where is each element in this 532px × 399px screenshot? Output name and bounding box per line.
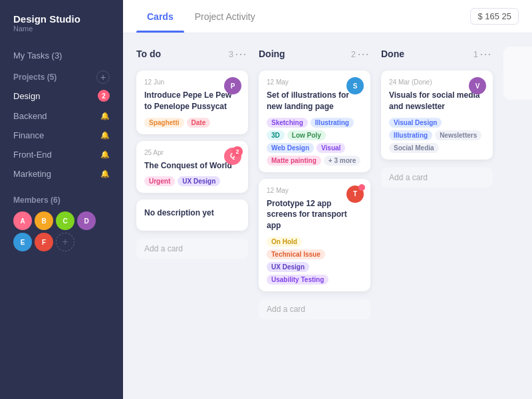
member-avatar[interactable]: B — [35, 211, 53, 230]
chip: Spaghetti — [144, 118, 184, 128]
project-name: Backend — [13, 111, 100, 121]
project-bell-icon: 🔔 — [100, 170, 110, 178]
topbar-tabs: CardsProject Activity — [136, 0, 266, 33]
projects-section-header: Projects (5) + — [0, 65, 123, 85]
member-avatar[interactable]: F — [35, 233, 53, 251]
main-content: CardsProject Activity $ 165 25 To do 3 ⋯… — [123, 0, 532, 399]
project-name: Marketing — [13, 169, 100, 179]
sidebar-item-front-end[interactable]: Front-End🔔 — [0, 145, 123, 164]
project-bell-icon: 🔔 — [100, 150, 110, 159]
column-done: Done 1 ⋯ 24 Mar (Done)Visuals for social… — [381, 47, 493, 188]
project-list: Design2Backend🔔Finance🔔Front-End🔔Marketi… — [0, 85, 123, 184]
card[interactable]: 12 JunIntroduce Pepe Le Pew to Penelope … — [136, 70, 248, 134]
chip: 3D — [267, 130, 285, 140]
chip: Web Design — [267, 143, 314, 153]
column-doing: Doing 2 ⋯ 12 MaySet of illustrations for… — [259, 47, 370, 319]
add-card-button[interactable]: Add a card — [381, 168, 493, 188]
card-title: No description yet — [144, 207, 240, 219]
brand-subtitle: Name — [13, 25, 110, 33]
project-name: Design — [13, 91, 98, 101]
add-column-button[interactable]: + — [503, 47, 532, 100]
column-menu-button[interactable]: ⋯ — [478, 48, 493, 60]
card-avatar: P — [224, 77, 241, 94]
column-title: To do — [136, 49, 225, 59]
project-bell-icon: 🔔 — [100, 131, 110, 140]
member-avatar[interactable]: D — [77, 211, 96, 230]
card-avatar: S — [346, 77, 364, 94]
chip: + 3 more — [324, 156, 360, 166]
card-chips: SpaghettiDate — [144, 118, 240, 128]
card-title: Visuals for social media and newsletter — [389, 90, 485, 112]
column-header: Done 1 ⋯ — [381, 47, 493, 64]
card-chips: On HoldTechnical IssueUX DesignUsability… — [267, 237, 362, 285]
chip: Matte painting — [267, 156, 321, 166]
topbar: CardsProject Activity $ 165 25 — [123, 0, 532, 33]
members-section-header: Members (6) — [0, 190, 123, 206]
chip: Technical Issue — [267, 249, 325, 259]
my-tasks-label: My Tasks (3) — [13, 51, 110, 61]
project-name: Front-End — [13, 150, 100, 160]
column-count: 1 — [473, 49, 478, 59]
sidebar-item-design[interactable]: Design2 — [0, 85, 123, 106]
chip: UX Design — [267, 262, 309, 272]
brand-title: Design Studio — [13, 13, 110, 25]
card-avatar: V — [469, 77, 486, 94]
card[interactable]: 12 MaySet of illustrations for new landi… — [259, 70, 370, 172]
member-avatar[interactable]: A — [13, 211, 32, 230]
member-avatar[interactable]: C — [56, 211, 74, 230]
chip: Visual — [317, 143, 345, 153]
kanban-board: To do 3 ⋯ 12 JunIntroduce Pepe Le Pew to… — [123, 33, 532, 399]
notification-dot — [358, 184, 365, 191]
add-card-button[interactable]: Add a card — [259, 299, 370, 319]
card[interactable]: No description yet — [136, 200, 248, 231]
column-count: 2 — [351, 49, 356, 59]
sidebar: Design Studio Name My Tasks (3) Projects… — [0, 0, 123, 399]
card-title: Prototype 12 app screens for transport a… — [267, 198, 362, 231]
column-todo: To do 3 ⋯ 12 JunIntroduce Pepe Le Pew to… — [136, 47, 248, 259]
chip: Social Media — [389, 143, 439, 153]
column-menu-button[interactable]: ⋯ — [356, 48, 370, 60]
chip: Illustrating — [389, 130, 432, 140]
card-chips: SketchingIllustrating3DLow PolyWeb Desig… — [267, 118, 362, 166]
add-project-button[interactable]: + — [96, 70, 110, 84]
budget-amount: $ 165 25 — [470, 8, 519, 25]
chip: Visual Design — [389, 118, 442, 128]
card-chips: UrgentUX Design — [144, 176, 240, 186]
column-title: Done — [381, 49, 470, 59]
chip: Sketching — [267, 118, 308, 128]
card[interactable]: 25 AprThe Conquest of WorldQ2UrgentUX De… — [136, 141, 248, 194]
chip: UX Design — [178, 176, 220, 186]
card-title: Set of illustrations for new landing pag… — [267, 90, 362, 112]
card-title: Introduce Pepe Le Pew to Penelope Pussyc… — [144, 90, 240, 112]
project-badge: 2 — [98, 90, 110, 102]
tab-project-activity[interactable]: Project Activity — [184, 0, 266, 33]
sidebar-item-marketing[interactable]: Marketing🔔 — [0, 164, 123, 184]
sidebar-item-backend[interactable]: Backend🔔 — [0, 106, 123, 126]
project-bell-icon: 🔔 — [100, 112, 110, 120]
projects-label: Projects (5) — [13, 72, 96, 82]
sidebar-item-mytasks[interactable]: My Tasks (3) — [0, 46, 123, 65]
card[interactable]: 12 MayPrototype 12 app screens for trans… — [259, 179, 370, 291]
sidebar-item-finance[interactable]: Finance🔔 — [0, 126, 123, 145]
chip: Newsletters — [435, 130, 481, 140]
notification-badge: 2 — [232, 146, 243, 157]
column-header: Doing 2 ⋯ — [259, 47, 370, 64]
column-title: Doing — [259, 49, 348, 59]
members-row: ABCDEF+ — [0, 206, 123, 257]
column-header: To do 3 ⋯ — [136, 47, 248, 64]
tab-cards[interactable]: Cards — [136, 0, 184, 33]
chip: Illustrating — [311, 118, 354, 128]
add-card-button[interactable]: Add a card — [136, 239, 248, 259]
chip: Usability Testing — [267, 275, 329, 285]
project-name: Finance — [13, 130, 100, 140]
column-count: 3 — [229, 49, 233, 59]
sidebar-brand: Design Studio Name — [0, 13, 123, 46]
card-chips: Visual DesignIllustratingNewslettersSoci… — [389, 118, 485, 153]
card[interactable]: 24 Mar (Done)Visuals for social media an… — [381, 70, 493, 160]
add-member-button[interactable]: + — [56, 233, 74, 251]
member-avatar[interactable]: E — [13, 233, 32, 251]
column-menu-button[interactable]: ⋯ — [233, 48, 248, 60]
chip: Urgent — [144, 176, 175, 186]
chip: Low Poly — [287, 130, 326, 140]
chip: On Hold — [267, 237, 302, 247]
